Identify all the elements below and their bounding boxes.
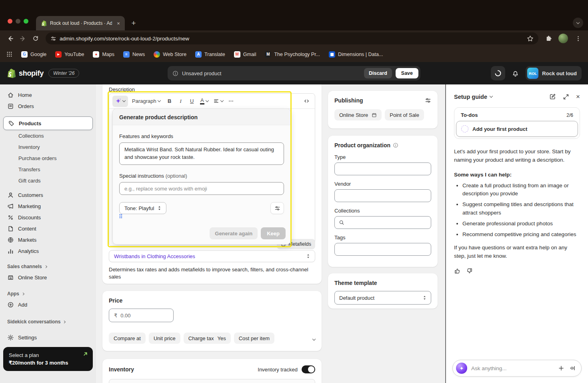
tags-input[interactable] — [334, 243, 431, 256]
charge-tax-button[interactable]: Charge tax Yes — [184, 333, 231, 344]
sidebar-item-gift-cards[interactable]: Gift cards — [3, 175, 93, 186]
bookmark-web-store[interactable]: Web Store — [154, 51, 186, 58]
tone-select[interactable]: Tone: Playful — [119, 202, 166, 214]
bookmark-youtube[interactable]: ▶YouTube — [55, 51, 84, 58]
todo-add-first-product[interactable]: Add your first product — [456, 121, 578, 137]
generate-again-button[interactable]: Generate again — [210, 227, 258, 239]
sidebar-item-home[interactable]: Home — [3, 89, 93, 100]
bookmark-news[interactable]: ≡News — [123, 51, 145, 58]
sidebar-section-sidekick-conversations[interactable]: Sidekick conversations — [3, 317, 93, 327]
manage-channels-icon[interactable] — [425, 97, 431, 104]
thumbs-up-icon[interactable] — [454, 268, 460, 274]
bold-button[interactable]: B — [164, 96, 175, 107]
info-icon[interactable] — [393, 142, 398, 148]
save-button[interactable]: Save — [396, 68, 418, 78]
profile-avatar[interactable] — [558, 34, 568, 43]
url-text[interactable]: admin.shopify.com/store/rock-out-loud-2/… — [60, 36, 524, 42]
instructions-input[interactable]: e.g., replace some words with emoji — [119, 182, 284, 195]
sidebar-item-products[interactable]: Products — [3, 116, 93, 130]
vendor-input[interactable] — [334, 189, 431, 202]
sidebar-item-analytics[interactable]: Analytics — [3, 245, 93, 257]
back-icon[interactable] — [4, 32, 16, 44]
select-plan-card[interactable]: Select a plan ₹20/month for 3 months — [3, 347, 93, 371]
ai-settings-button[interactable] — [270, 202, 284, 214]
text-color-button[interactable]: A — [198, 96, 210, 107]
thumbs-down-icon[interactable] — [466, 268, 473, 274]
store-menu[interactable]: ROL Rock out loud — [526, 66, 582, 80]
tab-search-chevron-icon[interactable] — [573, 18, 583, 28]
bookmark-star-icon[interactable] — [527, 35, 534, 42]
sidebar-item-inventory[interactable]: Inventory — [3, 141, 93, 152]
sidebar-item-transfers[interactable]: Transfers — [3, 164, 93, 175]
sidebar-item-orders[interactable]: Orders — [3, 100, 93, 112]
bookmark-maps[interactable]: ●Maps — [93, 51, 114, 58]
drag-handle-icon[interactable] — [119, 214, 122, 219]
collections-search-input[interactable] — [334, 216, 431, 229]
sidebar-item-collections[interactable]: Collections — [3, 130, 93, 141]
italic-button[interactable]: I — [176, 96, 186, 107]
sidebar-item-add-app[interactable]: Add — [3, 299, 93, 310]
inventory-field[interactable] — [109, 379, 315, 383]
alignment-button[interactable] — [211, 96, 225, 107]
chevron-down-icon[interactable] — [490, 94, 493, 98]
extensions-icon[interactable] — [542, 32, 554, 44]
zoom-window-button[interactable] — [24, 19, 28, 24]
bookmark-google[interactable]: GGoogle — [21, 51, 46, 58]
bookmark-gmail[interactable]: MGmail — [234, 51, 256, 58]
close-window-button[interactable] — [8, 19, 12, 24]
browser-tab[interactable]: Rock out loud · Products · Ad × — [36, 16, 125, 30]
bookmark-translate[interactable]: ATranslate — [195, 51, 225, 58]
keep-button[interactable]: Keep — [261, 227, 286, 239]
category-select[interactable]: Wristbands in Clothing Accessories — [109, 250, 315, 262]
forward-icon[interactable] — [17, 32, 29, 44]
sidebar-item-content[interactable]: Content — [3, 223, 93, 234]
sidebar-section-sales-channels[interactable]: Sales channels — [3, 261, 93, 272]
paragraph-style-button[interactable]: Paragraph — [129, 96, 164, 107]
sidebar-item-customers[interactable]: Customers — [3, 189, 93, 201]
compare-at-button[interactable]: Compare at — [109, 333, 146, 344]
price-input[interactable]: ₹ 0.00 — [109, 309, 174, 322]
reload-icon[interactable] — [30, 32, 42, 44]
point-of-sale-channel-button[interactable]: Point of Sale — [385, 109, 424, 120]
sidebar-item-purchase-orders[interactable]: Purchase orders — [3, 152, 93, 164]
sidekick-button[interactable] — [491, 66, 505, 80]
theme-template-select[interactable]: Default product — [334, 291, 431, 305]
new-tab-button[interactable]: + — [128, 18, 139, 29]
winter-badge[interactable]: Winter '26 — [48, 69, 80, 78]
address-bar[interactable]: admin.shopify.com/store/rock-out-loud-2/… — [46, 32, 538, 44]
online-store-channel-button[interactable]: Online Store — [334, 109, 382, 120]
cost-per-item-button[interactable]: Cost per item — [234, 333, 274, 344]
topbar-status-bar[interactable]: Unsaved product Discard Save — [168, 66, 420, 80]
sidebar-item-marketing[interactable]: Marketing — [3, 201, 93, 212]
bookmark-psychology[interactable]: MThe Psychology Pr... — [265, 51, 320, 58]
sidekick-chat-input[interactable]: ✦ Ask anything... — [452, 360, 582, 377]
expand-panel-icon[interactable] — [563, 94, 569, 100]
sidebar-item-online-store[interactable]: Online Store — [3, 272, 93, 283]
discard-button[interactable]: Discard — [364, 68, 392, 78]
unit-price-button[interactable]: Unit price — [149, 333, 180, 344]
sidebar-item-markets[interactable]: Markets — [3, 234, 93, 245]
more-formatting-button[interactable] — [226, 96, 236, 107]
apps-grid-icon[interactable] — [6, 51, 12, 57]
underline-button[interactable]: U — [187, 96, 197, 107]
shopify-logo[interactable]: shopify — [6, 68, 44, 79]
inventory-tracked-toggle[interactable] — [302, 365, 315, 373]
expand-pricing-chevron-icon[interactable] — [313, 335, 315, 342]
sidebar-item-settings[interactable]: Settings — [3, 332, 93, 343]
type-input[interactable] — [334, 162, 431, 175]
browser-menu-icon[interactable] — [572, 32, 584, 44]
tab-close-icon[interactable]: × — [115, 20, 122, 26]
minimize-window-button[interactable] — [16, 19, 20, 24]
voice-waveform-icon[interactable] — [570, 365, 576, 371]
site-settings-icon[interactable] — [50, 36, 56, 42]
bookmark-dimensions[interactable]: ▦Dimensions | Data... — [329, 51, 383, 58]
notifications-bell-icon[interactable] — [512, 70, 519, 77]
close-panel-icon[interactable]: × — [576, 93, 580, 100]
new-conversation-icon[interactable] — [549, 93, 556, 100]
attach-plus-icon[interactable] — [558, 365, 564, 371]
ai-magic-button[interactable] — [112, 96, 128, 107]
code-view-button[interactable] — [301, 96, 312, 107]
sidebar-section-apps[interactable]: Apps — [3, 289, 93, 299]
features-textarea[interactable]: Metallica Wrist Band. Soft Natural Rubbe… — [119, 142, 284, 165]
sidebar-item-discounts[interactable]: Discounts — [3, 212, 93, 223]
